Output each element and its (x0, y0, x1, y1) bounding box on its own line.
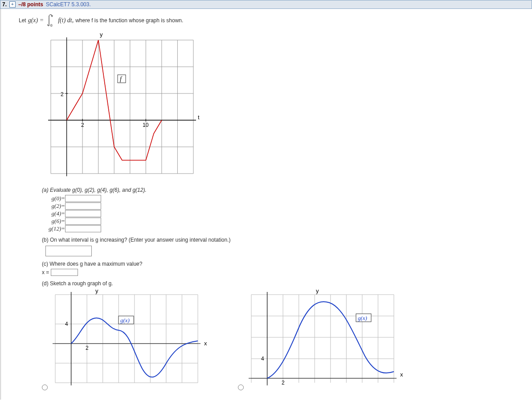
integral-icon: x 0 (45, 13, 56, 28)
svg-text:2: 2 (86, 345, 89, 351)
svg-text:x: x (204, 340, 207, 347)
question-number: 7. (2, 1, 7, 8)
svg-text:y: y (95, 289, 98, 294)
thumb-1: y x 4 2 g(x) (42, 289, 211, 392)
label-g0: g(0)= (45, 195, 65, 202)
row-g12: g(12)= (45, 225, 528, 232)
radio-thumb-2[interactable] (238, 385, 244, 390)
label-g4: g(4)= (45, 210, 65, 217)
stmt-integrand: f(t) dt, (58, 17, 74, 24)
stmt-gx: g(x) = (28, 17, 44, 24)
svg-text:4: 4 (65, 321, 68, 327)
y-tick-2: 2 (61, 91, 64, 97)
input-xmax[interactable] (51, 269, 78, 276)
svg-text:2: 2 (282, 380, 285, 386)
question-body: Let g(x) = x 0 f(t) dt, where f is the f… (0, 9, 532, 400)
problem-statement: Let g(x) = x 0 f(t) dt, where f is the f… (19, 13, 528, 28)
x-tick-2: 2 (81, 122, 84, 128)
row-g0: g(0)= (45, 195, 528, 202)
part-b-text: (b) On what interval is g increasing? (E… (42, 237, 528, 243)
svg-text:0: 0 (50, 23, 53, 28)
svg-text:g(x): g(x) (120, 317, 130, 324)
part-d-text: (d) Sketch a rough graph of g. (42, 280, 528, 287)
x-tick-10: 10 (143, 122, 149, 128)
expand-icon[interactable]: + (9, 1, 16, 8)
graph-f: y t 2 2 10 f (42, 31, 202, 182)
svg-text:x: x (51, 13, 53, 18)
thumb-1-graph: y x 4 2 g(x) (42, 289, 211, 392)
thumbnail-row: y x 4 2 g(x) (42, 289, 528, 392)
points-label: –/8 points (18, 1, 43, 8)
thumb-2: y x 4 2 g(x) (238, 289, 407, 392)
row-g4: g(4)= (45, 210, 528, 217)
input-interval[interactable] (45, 246, 92, 256)
svg-text:y: y (316, 289, 319, 294)
label-g2: g(2)= (45, 202, 65, 210)
part-c-text: (c) Where does g have a maximum value? (42, 261, 528, 267)
svg-text:x: x (400, 371, 403, 378)
curve-label-box (118, 75, 126, 83)
row-g2: g(2)= (45, 202, 528, 210)
thumb-2-graph: y x 4 2 g(x) (238, 289, 407, 392)
stmt-lead: Let (19, 17, 26, 24)
part-c-row: x = (42, 269, 528, 276)
stmt-tail: where f is the function whose graph is s… (75, 17, 183, 24)
radio-thumb-1[interactable] (42, 385, 48, 390)
row-g6: g(6)= (45, 218, 528, 225)
input-g6[interactable] (65, 218, 101, 225)
textbook-ref: SCalcET7 5.3.003. (46, 1, 91, 8)
svg-text:g(x): g(x) (358, 315, 367, 321)
label-g6: g(6)= (45, 218, 65, 225)
part-a-text: (a) Evaluate g(0), g(2), g(4), g(6), and… (42, 187, 528, 193)
input-g0[interactable] (65, 195, 101, 202)
input-g4[interactable] (65, 210, 101, 217)
svg-text:4: 4 (261, 356, 264, 362)
input-g2[interactable] (65, 202, 101, 210)
label-g12: g(12)= (45, 225, 65, 232)
y-axis-label: y (100, 31, 103, 38)
input-g12[interactable] (65, 225, 101, 232)
x-axis-label: t (198, 114, 200, 121)
part-a-inputs: g(0)= g(2)= g(4)= g(6)= g(12)= (45, 195, 528, 232)
question-header: 7. + –/8 points SCalcET7 5.3.003. (0, 0, 532, 9)
label-x-eq: x = (42, 269, 49, 275)
